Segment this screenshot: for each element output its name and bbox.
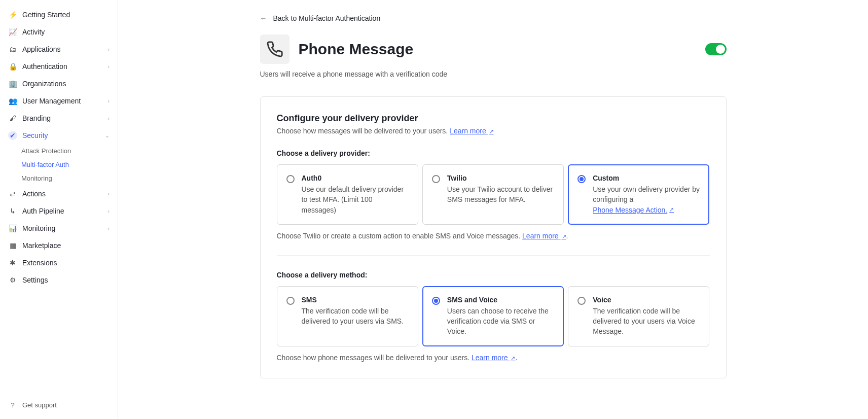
divider — [277, 255, 710, 256]
sidebar-item-label: Security — [22, 131, 100, 139]
sidebar: ⚡ Getting Started 📈 Activity 🗂 Applicati… — [0, 0, 118, 419]
sidebar-item-label: Authentication — [22, 62, 102, 71]
radio-icon — [286, 175, 295, 183]
sidebar-item-branding[interactable]: 🖌 Branding › — [0, 110, 118, 127]
external-link-icon: ↗ — [489, 128, 494, 134]
option-title: Auth0 — [302, 174, 409, 182]
bolt-icon: ⚡ — [8, 10, 17, 19]
radio-icon — [432, 175, 440, 183]
chevron-right-icon: › — [107, 46, 110, 52]
chevron-down-icon: ⌄ — [105, 132, 110, 139]
sidebar-item-organizations[interactable]: 🏢 Organizations — [0, 75, 118, 92]
back-link-label: Back to Multi-factor Authentication — [273, 14, 381, 22]
subnav-mfa[interactable]: Multi-factor Auth — [21, 158, 118, 171]
security-subnav: Attack Protection Multi-factor Auth Moni… — [0, 144, 118, 185]
sidebar-item-extensions[interactable]: ✱ Extensions — [0, 254, 118, 271]
provider-field-label: Choose a delivery provider: — [277, 149, 710, 157]
bars-icon: 📊 — [8, 224, 17, 233]
page-title: Phone Message — [299, 41, 414, 58]
sidebar-item-actions[interactable]: ⇄ Actions › — [0, 185, 118, 202]
sidebar-item-getting-started[interactable]: ⚡ Getting Started — [0, 6, 118, 23]
sidebar-item-monitoring[interactable]: 📊 Monitoring › — [0, 220, 118, 237]
sidebar-item-label: Branding — [22, 114, 102, 122]
layers-icon: 🗂 — [8, 45, 17, 54]
sidebar-item-label: Activity — [22, 28, 110, 36]
provider-learn-more-link[interactable]: Learn more ↗ — [450, 127, 493, 135]
sidebar-item-auth-pipeline[interactable]: ↳ Auth Pipeline › — [0, 202, 118, 220]
back-link[interactable]: ← Back to Multi-factor Authentication — [260, 14, 727, 22]
chart-icon: 📈 — [8, 27, 17, 37]
sidebar-item-label: Settings — [22, 276, 110, 284]
provider-section-desc: Choose how messages will be delivered to… — [277, 127, 710, 135]
method-option-sms-voice[interactable]: SMS and Voice Users can choose to receiv… — [422, 286, 564, 346]
subnav-attack-protection[interactable]: Attack Protection — [21, 144, 118, 158]
provider-options: Auth0 Use our default delivery provider … — [277, 164, 710, 225]
sidebar-item-settings[interactable]: ⚙ Settings — [0, 271, 118, 289]
radio-icon — [286, 297, 295, 305]
sidebar-item-label: Organizations — [22, 80, 110, 88]
flow-icon: ⇄ — [8, 189, 17, 198]
sidebar-item-label: Marketplace — [22, 241, 110, 250]
chevron-right-icon: › — [107, 115, 110, 121]
radio-icon — [577, 297, 586, 305]
lock-icon: 🔒 — [8, 62, 17, 71]
sidebar-item-applications[interactable]: 🗂 Applications › — [0, 41, 118, 58]
grid-icon: ▦ — [8, 241, 17, 250]
method-field-label: Choose a delivery method: — [277, 271, 710, 279]
provider-footnote: Choose Twilio or create a custom action … — [277, 232, 710, 240]
sidebar-item-security[interactable]: ✔ Security ⌄ — [0, 127, 118, 144]
provider-option-custom[interactable]: Custom Use your own delivery provider by… — [568, 164, 709, 225]
external-link-icon: ↗ — [669, 206, 674, 214]
method-option-sms[interactable]: SMS The verification code will be delive… — [277, 286, 418, 346]
sidebar-item-label: User Management — [22, 97, 102, 105]
option-desc: Users can choose to receive the verifica… — [447, 306, 554, 337]
option-desc: The verification code will be delivered … — [593, 306, 700, 337]
radio-icon — [432, 297, 440, 305]
sidebar-item-label: Extensions — [22, 259, 110, 267]
sidebar-item-authentication[interactable]: 🔒 Authentication › — [0, 58, 118, 75]
chevron-right-icon: › — [107, 98, 110, 104]
sidebar-item-label: Monitoring — [22, 224, 102, 232]
support-label: Get support — [22, 401, 57, 409]
gear-icon: ⚙ — [8, 275, 17, 285]
option-title: Voice — [593, 296, 700, 304]
phone-message-action-link[interactable]: Phone Message Action. ↗ — [593, 205, 674, 215]
provider-option-twilio[interactable]: Twilio Use your Twilio account to delive… — [422, 164, 564, 225]
phone-icon — [260, 34, 290, 64]
chevron-right-icon: › — [107, 225, 110, 231]
option-desc: The verification code will be delivered … — [302, 306, 409, 327]
sidebar-item-label: Actions — [22, 190, 102, 198]
sidebar-item-label: Getting Started — [22, 11, 110, 19]
users-icon: 👥 — [8, 96, 17, 106]
page-subtitle: Users will receive a phone message with … — [260, 70, 727, 78]
sidebar-item-label: Auth Pipeline — [22, 207, 102, 215]
brush-icon: 🖌 — [8, 114, 17, 123]
provider-section-title: Configure your delivery provider — [277, 113, 710, 124]
sidebar-item-label: Applications — [22, 45, 102, 53]
building-icon: 🏢 — [8, 79, 17, 88]
nav-list: ⚡ Getting Started 📈 Activity 🗂 Applicati… — [0, 6, 118, 289]
arrow-left-icon: ← — [260, 14, 267, 22]
option-desc: Use our default delivery provider to tes… — [302, 184, 409, 215]
chevron-right-icon: › — [107, 208, 110, 214]
method-footnote-link[interactable]: Learn more ↗ — [472, 354, 515, 362]
option-title: SMS and Voice — [447, 296, 554, 304]
external-link-icon: ↗ — [562, 233, 566, 239]
enable-toggle[interactable] — [705, 43, 727, 55]
get-support-link[interactable]: ? Get support — [0, 397, 118, 413]
option-desc: Use your own delivery provider by config… — [593, 184, 700, 215]
sidebar-item-marketplace[interactable]: ▦ Marketplace — [0, 237, 118, 254]
subnav-monitoring[interactable]: Monitoring — [21, 171, 118, 185]
sidebar-item-activity[interactable]: 📈 Activity — [0, 23, 118, 41]
provider-option-auth0[interactable]: Auth0 Use our default delivery provider … — [277, 164, 418, 225]
provider-footnote-link[interactable]: Learn more ↗ — [522, 232, 566, 240]
option-title: Custom — [593, 174, 700, 182]
option-title: Twilio — [447, 174, 554, 182]
plugin-icon: ✱ — [8, 258, 17, 267]
sidebar-item-user-management[interactable]: 👥 User Management › — [0, 92, 118, 110]
chevron-right-icon: › — [107, 191, 110, 197]
title-group: Phone Message — [260, 34, 414, 64]
option-title: SMS — [302, 296, 409, 304]
chevron-right-icon: › — [107, 63, 110, 69]
method-option-voice[interactable]: Voice The verification code will be deli… — [568, 286, 709, 346]
